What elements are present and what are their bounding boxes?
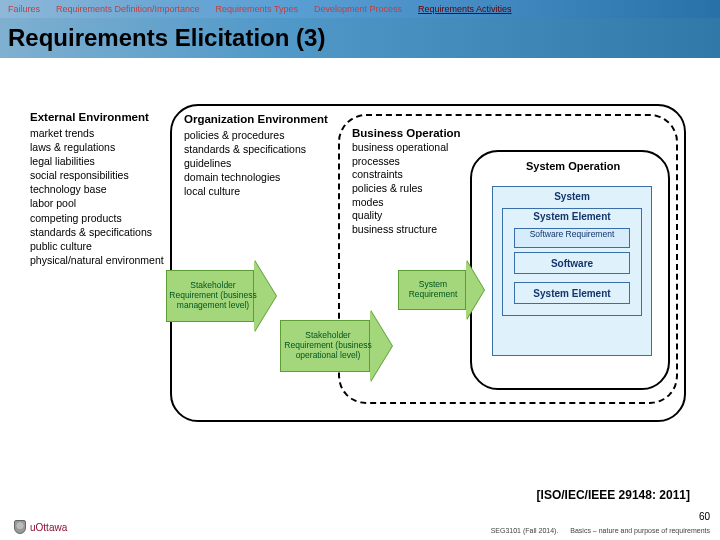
- ext-item: social responsibilities: [30, 168, 180, 182]
- citation: [ISO/IEC/IEEE 29148: 2011]: [537, 488, 690, 502]
- nav-strip: Failures Requirements Definition/Importa…: [0, 0, 720, 18]
- logo-text: uOttawa: [30, 522, 67, 533]
- footer-course: SEG3101 (Fall 2014).: [491, 527, 559, 534]
- biz-item: policies & rules: [352, 182, 482, 196]
- arrow3-label: System Requirement: [398, 280, 484, 300]
- footer-topic: Basics – nature and purpose of requireme…: [570, 527, 710, 534]
- nav-req-types[interactable]: Requirements Types: [208, 4, 306, 14]
- box-software: Software: [514, 252, 630, 274]
- system-operation-label: System Operation: [526, 160, 620, 172]
- ext-item: physical/natural environment: [30, 253, 180, 267]
- biz-item: business structure: [352, 223, 482, 237]
- org-item: standards & specifications: [184, 142, 334, 156]
- external-env-header: External Environment: [30, 110, 180, 126]
- slide: Failures Requirements Definition/Importa…: [0, 0, 720, 540]
- org-item: policies & procedures: [184, 128, 334, 142]
- page-number: 60: [699, 511, 710, 522]
- ext-item: competing products: [30, 211, 180, 225]
- university-logo: uOttawa: [14, 520, 67, 534]
- external-environment-block: External Environment market trends laws …: [30, 110, 180, 267]
- biz-item: constraints: [352, 168, 482, 182]
- org-item: guidelines: [184, 156, 334, 170]
- biz-item: modes: [352, 196, 482, 210]
- biz-item: quality: [352, 209, 482, 223]
- ext-item: legal liabilities: [30, 154, 180, 168]
- arrow-stakeholder-op: Stakeholder Requirement (business operat…: [280, 310, 392, 382]
- footer: SEG3101 (Fall 2014). Basics – nature and…: [491, 527, 710, 534]
- ext-item: technology base: [30, 182, 180, 196]
- ext-item: public culture: [30, 239, 180, 253]
- diagram: External Environment market trends laws …: [30, 110, 690, 480]
- arrow1-label: Stakeholder Requirement (business manage…: [166, 281, 276, 310]
- org-env-header: Organization Environment: [184, 112, 334, 128]
- nav-req-def[interactable]: Requirements Definition/Importance: [48, 4, 208, 14]
- arrow-stakeholder-mgmt: Stakeholder Requirement (business manage…: [166, 260, 276, 332]
- ext-item: standards & specifications: [30, 225, 180, 239]
- nav-dev-process[interactable]: Development Process: [306, 4, 410, 14]
- biz-op-header: Business Operation: [352, 126, 482, 141]
- page-title: Requirements Elicitation (3): [8, 24, 325, 52]
- nav-req-activities[interactable]: Requirements Activities: [410, 4, 520, 14]
- arrow-system-req: System Requirement: [398, 260, 484, 320]
- org-item: domain technologies: [184, 170, 334, 184]
- nav-failures[interactable]: Failures: [0, 4, 48, 14]
- ext-item: labor pool: [30, 196, 180, 210]
- title-band: Requirements Elicitation (3): [0, 18, 720, 58]
- box-system-element-inner: System Element: [514, 282, 630, 304]
- org-item: local culture: [184, 184, 334, 198]
- arrow2-label: Stakeholder Requirement (business operat…: [280, 331, 392, 360]
- biz-item: business operational processes: [352, 141, 482, 168]
- ext-item: market trends: [30, 126, 180, 140]
- organization-environment-block: Organization Environment policies & proc…: [184, 112, 334, 198]
- ext-item: laws & regulations: [30, 140, 180, 154]
- shield-icon: [14, 520, 26, 534]
- business-operation-block: Business Operation business operational …: [352, 126, 482, 236]
- box-software-requirement: Software Requirement: [514, 228, 630, 248]
